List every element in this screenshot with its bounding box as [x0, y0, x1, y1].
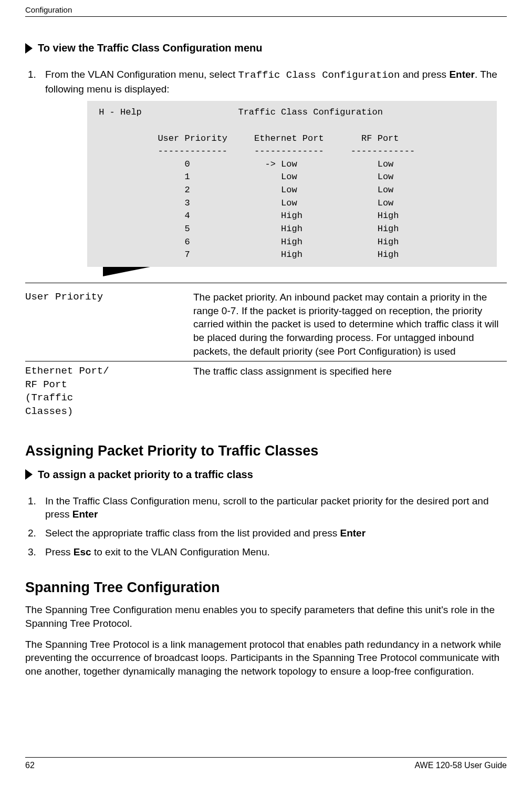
definition-table: User Priority The packet priority. An in… — [25, 287, 507, 422]
definition-rule — [25, 283, 507, 283]
term-cell: User Priority — [25, 287, 193, 361]
procedure-title: To view the Traffic Class Configuration … — [38, 42, 262, 54]
step-1: In the Traffic Class Configuration menu,… — [39, 494, 507, 521]
heading-assigning-priority: Assigning Packet Priority to Traffic Cla… — [25, 443, 507, 459]
callout-tail-icon — [103, 267, 150, 276]
running-header: Configuration — [25, 5, 507, 17]
procedure-2-steps: In the Traffic Class Configuration menu,… — [25, 494, 507, 559]
arrow-right-icon — [25, 469, 33, 480]
step-2: Select the appropriate traffic class fro… — [39, 526, 507, 540]
page-footer: 62 AWE 120-58 User Guide — [25, 757, 507, 770]
procedure-heading-assign-priority: To assign a packet priority to a traffic… — [25, 469, 507, 481]
procedure-heading-view-traffic-class: To view the Traffic Class Configuration … — [25, 42, 507, 54]
step-3: Press Esc to exit to the VLAN Configurat… — [39, 545, 507, 559]
desc-cell: The packet priority. An inbound packet m… — [193, 287, 507, 361]
key-enter: Enter — [340, 528, 366, 539]
procedure-1-steps: From the VLAN Configuration menu, select… — [25, 68, 507, 267]
page-number: 62 — [25, 761, 35, 770]
code-text: Traffic Class Configuration — [238, 69, 400, 81]
body-paragraph: The Spanning Tree Protocol is a link man… — [25, 638, 507, 678]
text: In the Traffic Class Configuration menu,… — [45, 495, 489, 520]
arrow-right-icon — [25, 43, 33, 54]
table-row: User Priority The packet priority. An in… — [25, 287, 507, 361]
text: and press — [400, 69, 449, 80]
table-row: Ethernet Port/ RF Port (Traffic Classes)… — [25, 361, 507, 422]
terminal-block: H - Help Traffic Class Configuration Use… — [87, 101, 497, 267]
key-enter: Enter — [72, 509, 98, 520]
step-1: From the VLAN Configuration menu, select… — [39, 68, 507, 267]
terminal-output: H - Help Traffic Class Configuration Use… — [87, 101, 497, 267]
guide-title: AWE 120-58 User Guide — [415, 761, 507, 770]
text: Select the appropriate traffic class fro… — [45, 528, 340, 539]
desc-cell: The traffic class assignment is specifie… — [193, 361, 507, 422]
term-cell: Ethernet Port/ RF Port (Traffic Classes) — [25, 361, 193, 422]
text: From the VLAN Configuration menu, select — [45, 69, 238, 80]
text: to exit to the VLAN Configuration Menu. — [91, 546, 270, 557]
heading-spanning-tree: Spanning Tree Configuration — [25, 580, 507, 596]
procedure-title: To assign a packet priority to a traffic… — [38, 469, 253, 481]
key-enter: Enter — [449, 69, 475, 80]
key-esc: Esc — [74, 546, 91, 557]
text: Press — [45, 546, 74, 557]
body-paragraph: The Spanning Tree Configuration menu ena… — [25, 603, 507, 630]
